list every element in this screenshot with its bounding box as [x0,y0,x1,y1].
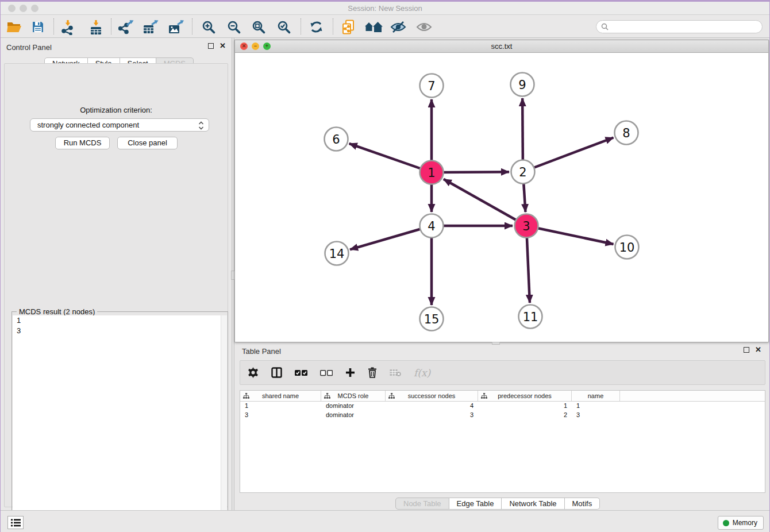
select-all-button[interactable] [295,369,307,376]
float-panel-icon[interactable] [208,43,214,49]
edge-3-10[interactable] [526,226,614,244]
control-panel: Control Panel ✕ Network Style Select MCD… [1,38,232,510]
node-label-9: 9 [518,78,526,92]
open-folder-icon [6,21,22,33]
cell-predecessor-nodes[interactable]: 1 [478,402,572,411]
column-type-icon [324,393,330,400]
window-title: Session: New Session [1,4,769,13]
export-image-button[interactable] [166,18,186,36]
edge-3-1[interactable] [444,179,526,226]
open-session-button[interactable] [4,18,24,36]
export-network-icon [118,20,134,34]
show-all-eye-icon [416,21,432,33]
list-icon [11,519,21,527]
columns-icon [271,367,282,378]
chevron-up-down-icon [198,121,204,132]
cell-successor-nodes[interactable]: 4 [386,402,478,411]
add-column-button[interactable] [345,368,355,377]
status-bar: Memory [1,510,769,532]
tab-network-table[interactable]: Network Table [502,498,564,510]
edge-1-6[interactable] [349,144,432,172]
column-header-mcds-role[interactable]: MCDS role [321,391,386,401]
import-table-button[interactable] [86,18,106,36]
criterion-select[interactable]: strongly connected component [30,118,209,132]
function-builder-button: f(x) [414,367,430,379]
refresh-icon [309,20,324,34]
close-panel-button[interactable]: Close panel [117,137,178,149]
float-panel-icon[interactable] [744,347,749,353]
column-type-icon [388,393,395,400]
column-header-successor-nodes[interactable]: successor nodes [386,391,478,401]
import-network-icon [60,20,75,35]
toolbar-separator [333,18,333,34]
first-neighbors-button[interactable] [364,18,383,36]
search-field[interactable] [596,20,763,33]
table-panel: Table Panel ✕ [234,345,769,510]
cell-name[interactable]: 1 [572,402,620,411]
mcds-result-group: MCDS result (2 nodes) 1 3 [11,311,228,530]
table-toolbar: f(x) [240,360,765,385]
mcds-result-list[interactable]: 1 3 [13,315,227,529]
delete-table-button [390,368,401,377]
cell-name[interactable]: 3 [572,411,620,420]
tab-node-table[interactable]: Node Table [395,498,449,510]
network-canvas[interactable]: 7968124314101511 [235,53,768,342]
column-header-name[interactable]: name [572,391,620,401]
cell-mcds-role[interactable]: dominator [321,402,386,411]
zoom-out-icon [227,20,241,34]
hide-selected-button[interactable] [388,18,408,36]
zoom-out-button[interactable] [224,18,244,36]
tab-edge-table[interactable]: Edge Table [449,498,502,510]
task-history-button[interactable] [7,516,24,529]
network-window-titlebar[interactable]: ✕ − + scc.txt [235,40,768,53]
edge-2-8[interactable] [523,137,614,172]
cell-shared-name[interactable]: 1 [240,402,321,411]
toolbar-separator [53,18,54,34]
export-network-button[interactable] [116,18,136,36]
result-scrollbar[interactable] [221,315,227,529]
zoom-fit-button[interactable] [249,18,268,36]
zoom-selected-button[interactable] [274,18,294,36]
column-header-predecessor-nodes[interactable]: predecessor nodes [478,391,572,401]
new-network-from-selection-button[interactable] [338,18,358,36]
save-session-button[interactable] [28,18,48,36]
show-columns-button[interactable] [271,367,282,378]
run-mcds-button[interactable]: Run MCDS [55,137,110,149]
result-item[interactable]: 3 [13,326,227,336]
search-input[interactable] [609,23,762,31]
unchecked-boxes-icon [320,369,333,376]
table-options-button[interactable] [248,367,259,378]
tab-motifs[interactable]: Motifs [565,498,600,510]
zoom-in-button[interactable] [199,18,218,36]
network-graph[interactable]: 7968124314101511 [235,53,768,342]
criterion-selected-value: strongly connected component [37,121,139,129]
gear-icon [248,367,259,378]
column-header-shared-name[interactable]: shared name [240,391,321,401]
delete-column-button[interactable] [368,367,377,378]
cell-successor-nodes[interactable]: 3 [386,411,478,420]
table-row[interactable]: 1 dominator 4 1 1 [240,402,765,411]
save-floppy-icon [32,21,44,33]
first-neighbors-houses-icon [364,21,383,33]
column-type-icon [243,393,249,400]
cell-shared-name[interactable]: 3 [240,411,321,420]
memory-button[interactable]: Memory [718,516,764,530]
node-label-8: 8 [622,126,630,140]
node-label-2: 2 [519,165,526,179]
import-network-button[interactable] [58,18,78,36]
cell-predecessor-nodes[interactable]: 2 [478,411,572,420]
export-table-button[interactable] [141,18,160,36]
show-all-button[interactable] [414,18,434,36]
close-panel-icon[interactable]: ✕ [755,347,761,353]
edge-4-14[interactable] [350,226,432,249]
toolbar-separator [301,18,301,34]
deselect-all-button[interactable] [320,369,333,376]
zoom-fit-icon [252,20,266,34]
mcds-result-title: MCDS result (2 nodes) [17,307,97,316]
cell-mcds-role[interactable]: dominator [321,411,386,420]
refresh-view-button[interactable] [306,18,326,36]
toolbar-separator [111,18,111,34]
result-item[interactable]: 1 [13,315,227,326]
table-row[interactable]: 3 dominator 3 2 3 [240,411,765,420]
close-panel-icon[interactable]: ✕ [220,43,226,49]
